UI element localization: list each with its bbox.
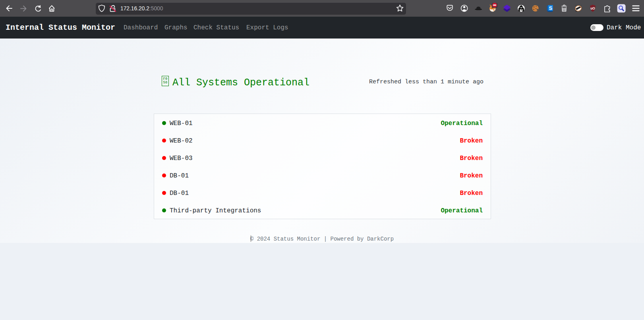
- svg-text:uO: uO: [590, 7, 595, 10]
- svg-text:S: S: [549, 6, 552, 11]
